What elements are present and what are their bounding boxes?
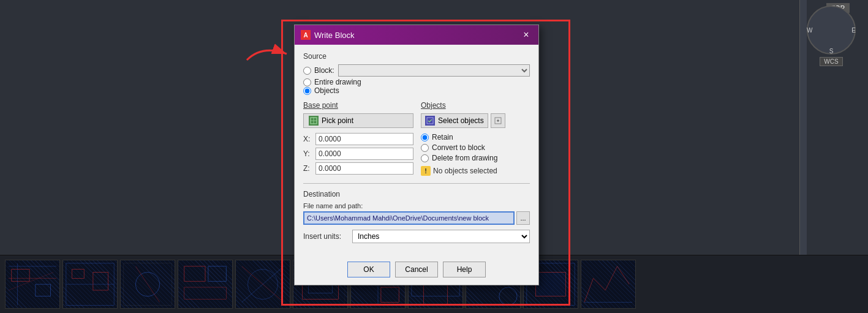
block-dropdown[interactable] <box>338 64 530 77</box>
entire-drawing-radio-input[interactable] <box>303 78 311 86</box>
thumbnail-4[interactable] <box>178 260 233 309</box>
file-path-input[interactable] <box>303 211 515 225</box>
retain-radio-input[interactable] <box>421 134 429 141</box>
z-coord-row: Z: <box>303 162 413 175</box>
svg-rect-17 <box>184 266 205 281</box>
units-row: Insert units: Inches <box>303 230 530 243</box>
dialog-titlebar-left: A Write Block <box>301 30 355 40</box>
y-input[interactable] <box>315 148 413 160</box>
red-arrow <box>244 42 293 66</box>
svg-rect-10 <box>93 273 108 290</box>
delete-radio-input[interactable] <box>421 154 429 162</box>
z-input[interactable] <box>315 162 413 175</box>
write-block-dialog: A Write Block × Source Block: <box>294 25 539 285</box>
thumbnail-3[interactable] <box>120 260 175 309</box>
svg-line-21 <box>242 266 284 303</box>
thumbnail-1[interactable] <box>5 260 60 309</box>
y-coord-row: Y: <box>303 148 413 160</box>
destination-label: Destination <box>303 190 530 198</box>
dialog-footer: OK Cancel Help <box>295 257 538 285</box>
dialog-titlebar: A Write Block × <box>295 25 538 45</box>
z-label: Z: <box>303 164 313 173</box>
units-select[interactable]: Inches <box>352 230 530 243</box>
svg-rect-5 <box>36 284 50 296</box>
svg-line-6 <box>9 273 53 290</box>
svg-line-14 <box>135 266 159 303</box>
two-col-section: Base point Pick point X: Y: <box>303 101 530 177</box>
objects-radio-label: Objects <box>314 86 339 95</box>
thumbnail-2[interactable] <box>62 260 118 309</box>
svg-rect-32 <box>381 287 399 302</box>
base-point-label: Base point <box>303 101 413 110</box>
units-label: Insert units: <box>303 232 346 241</box>
delete-radio[interactable]: Delete from drawing <box>421 154 530 162</box>
convert-radio[interactable]: Convert to block <box>421 143 530 152</box>
compass-letters: W E S <box>808 7 855 53</box>
svg-rect-16 <box>178 260 232 308</box>
svg-point-23 <box>248 270 278 300</box>
block-radio[interactable]: Block: <box>303 66 334 75</box>
pick-point-button[interactable]: Pick point <box>303 113 413 128</box>
close-button[interactable]: × <box>520 29 532 41</box>
extra-select-button[interactable] <box>491 113 505 128</box>
block-radio-row: Block: <box>303 64 530 77</box>
entire-drawing-radio[interactable]: Entire drawing <box>303 78 530 86</box>
svg-point-13 <box>135 273 159 296</box>
warning-text: No objects selected <box>433 167 497 175</box>
file-path-row: ... <box>303 211 530 225</box>
thumbnail-5[interactable] <box>235 260 290 309</box>
svg-rect-43 <box>536 273 566 296</box>
divider <box>303 183 530 184</box>
pick-point-icon <box>309 116 319 126</box>
objects-section-label: Objects <box>421 101 530 110</box>
pick-point-label: Pick point <box>322 116 353 125</box>
svg-point-39 <box>499 287 517 305</box>
compass-e-label: E <box>851 27 856 34</box>
svg-rect-0 <box>6 260 59 308</box>
ok-button[interactable]: OK <box>347 262 390 277</box>
dialog-icon: A <box>301 30 311 40</box>
entire-drawing-label: Entire drawing <box>314 78 361 86</box>
compass-s-label: S <box>829 48 834 55</box>
base-point-col: Base point Pick point X: Y: <box>303 101 413 177</box>
select-objects-row: Select objects <box>421 113 530 128</box>
svg-rect-9 <box>72 270 85 279</box>
dialog-overlay: A Write Block × Source Block: <box>294 25 539 285</box>
objects-radio-input[interactable] <box>303 87 311 95</box>
x-coord-row: X: <box>303 133 413 145</box>
delete-label: Delete from drawing <box>432 154 497 162</box>
svg-rect-20 <box>236 260 290 308</box>
convert-label: Convert to block <box>432 143 485 152</box>
block-radio-label: Block: <box>314 66 334 75</box>
retain-label: Retain <box>432 133 453 141</box>
svg-rect-4 <box>12 270 29 282</box>
scrollbar[interactable] <box>799 0 807 255</box>
help-button[interactable]: Help <box>443 262 486 277</box>
browse-button[interactable]: ... <box>516 211 530 225</box>
svg-rect-15 <box>124 263 172 305</box>
block-radio-input[interactable] <box>303 67 311 75</box>
objects-radio-group: Retain Convert to block Delete from draw… <box>421 133 530 162</box>
svg-rect-12 <box>121 260 175 308</box>
warning-icon: ! <box>421 166 431 176</box>
wcs-badge: WCS <box>820 57 842 66</box>
svg-line-22 <box>242 266 284 303</box>
objects-radio[interactable]: Objects <box>303 86 530 95</box>
warning-row: ! No objects selected <box>421 166 530 176</box>
select-objects-button[interactable]: Select objects <box>421 113 488 128</box>
x-label: X: <box>303 135 313 143</box>
svg-rect-44 <box>581 260 635 308</box>
dialog-title: Write Block <box>314 31 355 40</box>
y-label: Y: <box>303 149 313 158</box>
dialog-body: Source Block: Entire drawing Objects <box>295 45 538 257</box>
objects-col: Objects Select objects <box>421 101 530 177</box>
select-objects-label: Select objects <box>438 116 484 125</box>
thumbnail-11[interactable] <box>581 260 636 309</box>
compass-w-label: W <box>807 27 812 34</box>
retain-radio[interactable]: Retain <box>421 133 530 141</box>
x-input[interactable] <box>315 133 413 145</box>
convert-radio-input[interactable] <box>421 144 429 152</box>
svg-rect-18 <box>208 266 226 281</box>
cancel-button[interactable]: Cancel <box>395 262 438 277</box>
source-label: Source <box>303 52 530 61</box>
